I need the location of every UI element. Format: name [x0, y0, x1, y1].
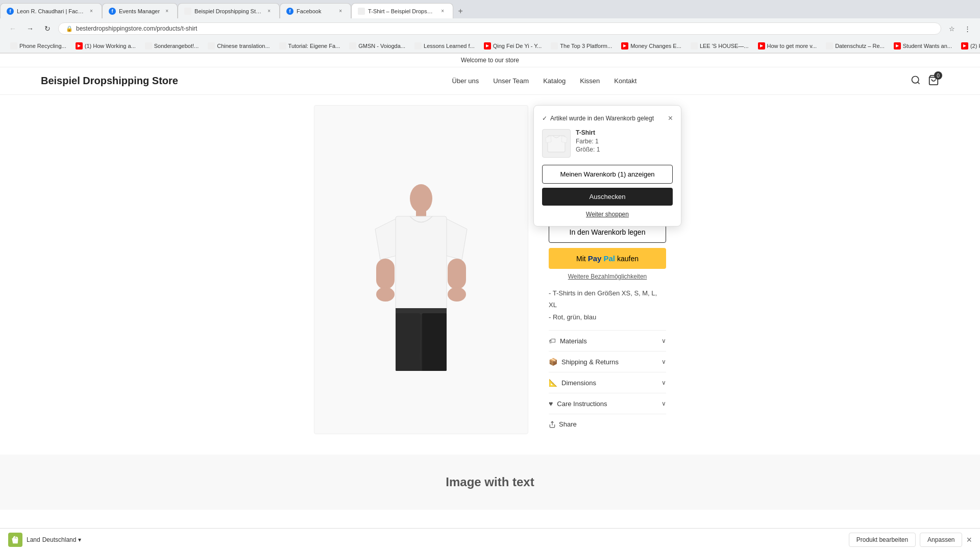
bookmark-7[interactable]: ▶ Qing Fei De Yi - Y... [480, 41, 546, 51]
bookmark-5[interactable]: GMSN - Voiogda... [345, 41, 409, 51]
browser-chrome: f Leon R. Chaudhari | Facebook × f Event… [0, 0, 980, 54]
bookmark-label-9: Money Changes E... [630, 43, 681, 49]
paypal-logo: Pay [588, 254, 602, 263]
store-logo[interactable]: Beispiel Dropshipping Store [41, 75, 178, 87]
accordion-shipping[interactable]: 📦 Shipping & Returns ∨ [549, 351, 666, 372]
cart-item-name: T-Shirt [576, 129, 600, 136]
bookmark-11[interactable]: ▶ How to get more v... [754, 41, 821, 51]
accordion-care[interactable]: ♥ Care Instructions ∨ [549, 393, 666, 414]
accordion-dimensions-header[interactable]: 📐 Dimensions ∨ [549, 372, 666, 393]
care-label: Care Instructions [557, 400, 607, 408]
extensions-button[interactable]: ⋮ [961, 22, 974, 35]
browser-tab-5[interactable]: T-Shirt – Beispiel Dropshipping... × [351, 3, 453, 18]
view-cart-button[interactable]: Meinen Warenkorb (1) anzeigen [542, 165, 673, 184]
nav-kontakt[interactable]: Kontakt [614, 77, 636, 85]
bookmark-favicon-5 [349, 42, 356, 49]
bookmark-label-11: How to get more v... [767, 43, 817, 49]
search-button[interactable] [911, 75, 921, 87]
nav-katalog[interactable]: Katalog [543, 77, 566, 85]
accordion-care-header[interactable]: ♥ Care Instructions ∨ [549, 393, 666, 414]
store-nav: Über uns Unser Team Katalog Kissen Konta… [452, 77, 637, 85]
paypal-button[interactable]: Mit PayPal kaufen [549, 248, 666, 269]
tab-close-2[interactable]: × [163, 7, 171, 15]
reload-button[interactable]: ↻ [41, 22, 54, 35]
bookmark-6[interactable]: Lessons Learned f... [410, 41, 479, 51]
bookmark-favicon-14: ▶ [961, 42, 968, 49]
bookmark-label-13: Student Wants an... [903, 43, 952, 49]
address-text: besterdropshippingstore.com/products/t-s… [76, 25, 197, 32]
bookmark-label-5: GMSN - Voiogda... [358, 43, 405, 49]
share-row[interactable]: Share [549, 414, 666, 434]
paypal-suffix: kaufen [617, 255, 639, 263]
svg-point-2 [410, 184, 432, 213]
accordion-shipping-header[interactable]: 📦 Shipping & Returns ∨ [549, 352, 666, 372]
nav-unser-team[interactable]: Unser Team [493, 77, 529, 85]
tab-close-3[interactable]: × [265, 7, 273, 15]
new-tab-button[interactable]: + [453, 4, 468, 18]
more-payment-link[interactable]: Weitere Bezahlmöglichkeiten [549, 273, 666, 280]
tab-title-5: T-Shirt – Beispiel Dropshipping... [368, 8, 435, 14]
tab-close-1[interactable]: × [87, 7, 95, 15]
continue-shopping-link[interactable]: Weiter shoppen [542, 211, 673, 218]
bookmark-14[interactable]: ▶ (2) How To Add A... [957, 41, 980, 51]
cart-button[interactable]: 0 [928, 74, 939, 87]
tab-favicon-3 [184, 8, 191, 15]
browser-tab-2[interactable]: f Events Manager × [102, 3, 178, 18]
bookmark-8[interactable]: The Top 3 Platform... [547, 41, 616, 51]
materials-icon: 🏷 [549, 337, 556, 345]
product-details: ✓ Artikel wurde in den Warenkorb gelegt … [549, 105, 666, 434]
browser-tab-1[interactable]: f Leon R. Chaudhari | Facebook × [0, 3, 102, 18]
bookmark-label-8: The Top 3 Platform... [560, 43, 612, 49]
bookmark-1[interactable]: ▶ (1) How Working a... [71, 41, 140, 51]
svg-rect-8 [448, 259, 466, 289]
bookmark-12[interactable]: Datenschutz – Re... [822, 41, 889, 51]
bookmark-star-button[interactable]: ☆ [945, 22, 959, 35]
tab-close-5[interactable]: × [438, 7, 447, 15]
bookmark-0[interactable]: Phone Recycling... [6, 41, 70, 51]
bookmark-favicon-4 [279, 42, 286, 49]
bookmark-3[interactable]: Chinese translation... [204, 41, 274, 51]
bookmark-favicon-1: ▶ [76, 42, 83, 49]
cart-item-size: Größe: 1 [576, 146, 600, 153]
bookmark-label-0: Phone Recycling... [19, 43, 66, 49]
browser-tab-3[interactable]: Beispiel Dropshipping Store × [178, 3, 280, 18]
notification-title: ✓ Artikel wurde in den Warenkorb gelegt [542, 115, 654, 122]
tab-close-4[interactable]: × [336, 7, 345, 15]
accordion-materials-header[interactable]: 🏷 Materials ∨ [549, 331, 666, 351]
image-with-text-section: Image with text [0, 455, 980, 510]
bookmark-favicon-2 [145, 42, 152, 49]
bookmark-favicon-11: ▶ [758, 42, 765, 49]
cart-badge: 0 [934, 71, 942, 80]
dimensions-icon: 📐 [549, 379, 557, 387]
bookmark-10[interactable]: LEE 'S HOUSE—... [687, 41, 753, 51]
nav-kissen[interactable]: Kissen [580, 77, 600, 85]
accordion-materials-left: 🏷 Materials [549, 337, 587, 345]
materials-chevron-icon: ∨ [662, 337, 666, 344]
cart-item: T-Shirt Farbe: 1 Größe: 1 [542, 129, 673, 158]
bookmark-9[interactable]: ▶ Money Changes E... [617, 41, 685, 51]
cart-notification: ✓ Artikel wurde in den Warenkorb gelegt … [533, 105, 681, 227]
browser-tab-4[interactable]: f Facebook × [280, 3, 351, 18]
nav-uber-uns[interactable]: Über uns [452, 77, 479, 85]
accordion-dimensions[interactable]: 📐 Dimensions ∨ [549, 372, 666, 393]
cart-item-image [542, 129, 571, 158]
bookmark-label-1: (1) How Working a... [85, 43, 136, 49]
tab-favicon-1: f [7, 8, 14, 15]
toolbar-actions: ☆ ⋮ [945, 22, 974, 35]
back-button[interactable]: ← [6, 22, 19, 35]
tab-title-1: Leon R. Chaudhari | Facebook [17, 8, 84, 14]
forward-button[interactable]: → [23, 22, 37, 35]
bookmark-2[interactable]: Sonderangebot!... [141, 41, 203, 51]
bookmark-4[interactable]: Tutorial: Eigene Fa... [275, 41, 345, 51]
cart-item-info: T-Shirt Farbe: 1 Größe: 1 [576, 129, 600, 158]
address-bar[interactable]: 🔒 besterdropshippingstore.com/products/t… [58, 22, 941, 35]
notification-close-button[interactable]: × [668, 114, 673, 123]
notification-message: Artikel wurde in den Warenkorb gelegt [550, 115, 654, 122]
bookmark-label-6: Lessons Learned f... [424, 43, 475, 49]
checkout-button[interactable]: Auschecken [542, 188, 673, 206]
bookmark-13[interactable]: ▶ Student Wants an... [890, 41, 956, 51]
accordion-materials[interactable]: 🏷 Materials ∨ [549, 330, 666, 351]
tab-favicon-4: f [286, 8, 293, 15]
bookmark-favicon-13: ▶ [894, 42, 901, 49]
product-image [324, 158, 518, 382]
